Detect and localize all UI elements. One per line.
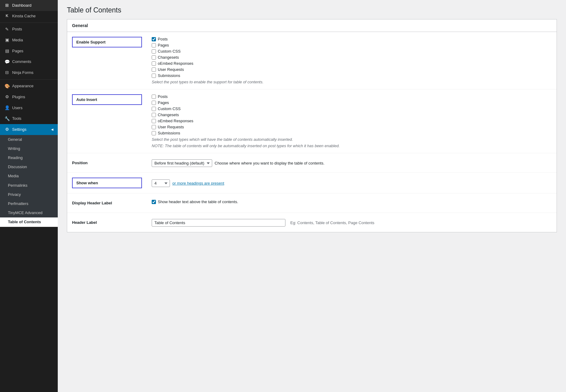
auto-insert-user-requests: User Requests <box>152 125 552 129</box>
auto-insert-help1: Select the post types which will have th… <box>152 137 552 142</box>
settings-icon: ⚙ <box>4 127 10 133</box>
sidebar-item-users[interactable]: 👤 Users <box>0 102 58 113</box>
sidebar-item-media[interactable]: ▣ Media <box>0 35 58 46</box>
dashboard-icon: ⊞ <box>4 2 10 9</box>
plugins-icon: ⚙ <box>4 94 10 100</box>
auto-insert-custom-css-checkbox[interactable] <box>152 107 156 111</box>
settings-card: General Enable Support Posts Pages <box>67 19 557 232</box>
sidebar-item-appearance[interactable]: 🎨 Appearance <box>0 81 58 92</box>
sidebar-item-writing[interactable]: Writing <box>0 144 58 153</box>
enable-support-oembed-checkbox[interactable] <box>152 61 156 66</box>
header-label-label: Header Label <box>72 218 142 227</box>
sidebar-item-settings[interactable]: ⚙ Settings ◀ <box>0 124 58 135</box>
enable-support-posts-checkbox[interactable] <box>152 37 156 41</box>
header-label-row: Header Label Eg: Contents, Table of Cont… <box>67 213 557 232</box>
ninja-forms-icon: ⊟ <box>4 70 10 76</box>
enable-support-pages-checkbox[interactable] <box>152 43 156 47</box>
auto-insert-posts: Posts <box>152 94 552 99</box>
sidebar-item-table-of-contents[interactable]: Table of Contents <box>0 217 58 227</box>
enable-support-pages: Pages <box>152 43 552 47</box>
position-inline: Before first heading (default) After fir… <box>152 159 552 167</box>
sidebar-item-kinsta-cache[interactable]: K Kinsta Cache <box>0 11 58 21</box>
page-title: Table of Contents <box>67 6 557 14</box>
enable-support-submissions-checkbox[interactable] <box>152 74 156 78</box>
settings-submenu: General Writing Reading Discussion Media… <box>0 135 58 227</box>
auto-insert-oembed: oEmbed Responses <box>152 119 552 123</box>
sidebar-item-tinymce-advanced[interactable]: TinyMCE Advanced <box>0 208 58 217</box>
sidebar-item-posts[interactable]: ✎ Posts <box>0 24 58 35</box>
users-icon: 👤 <box>4 105 10 111</box>
sidebar-item-privacy[interactable]: Privacy <box>0 190 58 199</box>
auto-insert-oembed-checkbox[interactable] <box>152 119 156 123</box>
auto-insert-pages-checkbox[interactable] <box>152 101 156 105</box>
auto-insert-row: Auto Insert Posts Pages Custom CSS <box>67 89 557 153</box>
auto-insert-submissions-checkbox[interactable] <box>152 131 156 135</box>
position-content: Before first heading (default) After fir… <box>146 158 552 167</box>
display-header-label-checkbox-row: Show header text above the table of cont… <box>152 199 552 204</box>
sidebar-item-reading[interactable]: Reading <box>0 153 58 162</box>
display-header-label-row: Display Header Label Show header text ab… <box>67 193 557 213</box>
show-when-content: 4 1 2 3 5 6 or more headings are present <box>146 178 552 187</box>
enable-support-content: Posts Pages Custom CSS Changesets <box>146 37 552 84</box>
enable-support-label: Enable Support <box>72 37 142 47</box>
enable-support-user-requests: User Requests <box>152 67 552 72</box>
display-header-label-checkbox[interactable] <box>152 200 156 204</box>
media-icon: ▣ <box>4 37 10 43</box>
position-help-text: Choose where where you want to display t… <box>215 161 324 165</box>
general-section-title: General <box>67 19 557 32</box>
sidebar-item-dashboard[interactable]: ⊞ Dashboard <box>0 0 58 11</box>
show-when-label: Show when <box>72 178 142 188</box>
position-select[interactable]: Before first heading (default) After fir… <box>152 159 212 167</box>
show-when-inline: 4 1 2 3 5 6 or more headings are present <box>152 179 552 187</box>
auto-insert-pages: Pages <box>152 100 552 105</box>
enable-support-oembed: oEmbed Responses <box>152 61 552 66</box>
sidebar-item-ninja-forms[interactable]: ⊟ Ninja Forms <box>0 67 58 78</box>
auto-insert-user-requests-checkbox[interactable] <box>152 125 156 129</box>
pages-icon: ▤ <box>4 48 10 54</box>
header-label-content: Eg: Contents, Table of Contents, Page Co… <box>146 218 552 227</box>
enable-support-changesets-checkbox[interactable] <box>152 55 156 60</box>
display-header-label-label: Display Header Label <box>72 198 142 208</box>
settings-arrow-icon: ◀ <box>51 127 53 132</box>
enable-support-posts: Posts <box>152 37 552 41</box>
display-header-label-content: Show header text above the table of cont… <box>146 198 552 206</box>
enable-support-custom-css: Custom CSS <box>152 49 552 54</box>
posts-icon: ✎ <box>4 26 10 33</box>
sidebar-item-pages[interactable]: ▤ Pages <box>0 46 58 57</box>
show-when-select[interactable]: 4 1 2 3 5 6 <box>152 179 170 187</box>
sidebar-item-comments[interactable]: 💬 Comments <box>0 57 58 68</box>
sidebar-item-plugins[interactable]: ⚙ Plugins <box>0 92 58 102</box>
auto-insert-help2: NOTE: The table of contents will only be… <box>152 144 552 148</box>
sidebar-item-general[interactable]: General <box>0 135 58 144</box>
show-when-suffix: or more headings are present <box>172 181 224 186</box>
auto-insert-custom-css: Custom CSS <box>152 106 552 111</box>
sidebar-item-tools[interactable]: 🔧 Tools <box>0 113 58 124</box>
auto-insert-label: Auto Insert <box>72 94 142 105</box>
auto-insert-submissions: Submissions <box>152 131 552 135</box>
sidebar-item-discussion[interactable]: Discussion <box>0 162 58 172</box>
position-label: Position <box>72 158 142 168</box>
tools-icon: 🔧 <box>4 116 10 122</box>
show-when-row: Show when 4 1 2 3 5 6 or more headings a… <box>67 173 557 193</box>
appearance-icon: 🎨 <box>4 83 10 89</box>
header-label-inline: Eg: Contents, Table of Contents, Page Co… <box>152 219 552 227</box>
enable-support-row: Enable Support Posts Pages Custom CSS <box>67 32 557 89</box>
enable-support-changesets: Changesets <box>152 55 552 60</box>
header-label-input[interactable] <box>152 219 285 227</box>
comments-icon: 💬 <box>4 59 10 65</box>
enable-support-submissions: Submissions <box>152 73 552 78</box>
enable-support-user-requests-checkbox[interactable] <box>152 68 156 72</box>
main-content: Table of Contents General Enable Support… <box>58 0 566 392</box>
enable-support-help: Select the post types to enable the supp… <box>152 80 552 84</box>
sidebar-item-perfmatters[interactable]: Perfmatters <box>0 199 58 208</box>
kinsta-icon: K <box>4 13 10 19</box>
auto-insert-changesets: Changesets <box>152 113 552 117</box>
position-row: Position Before first heading (default) … <box>67 153 557 173</box>
sidebar-item-permalinks[interactable]: Permalinks <box>0 181 58 190</box>
auto-insert-changesets-checkbox[interactable] <box>152 113 156 117</box>
sidebar: ⊞ Dashboard K Kinsta Cache ✎ Posts ▣ Med… <box>0 0 58 392</box>
enable-support-custom-css-checkbox[interactable] <box>152 49 156 54</box>
sidebar-item-media-settings[interactable]: Media <box>0 172 58 181</box>
auto-insert-posts-checkbox[interactable] <box>152 95 156 99</box>
auto-insert-content: Posts Pages Custom CSS Changesets <box>146 94 552 148</box>
